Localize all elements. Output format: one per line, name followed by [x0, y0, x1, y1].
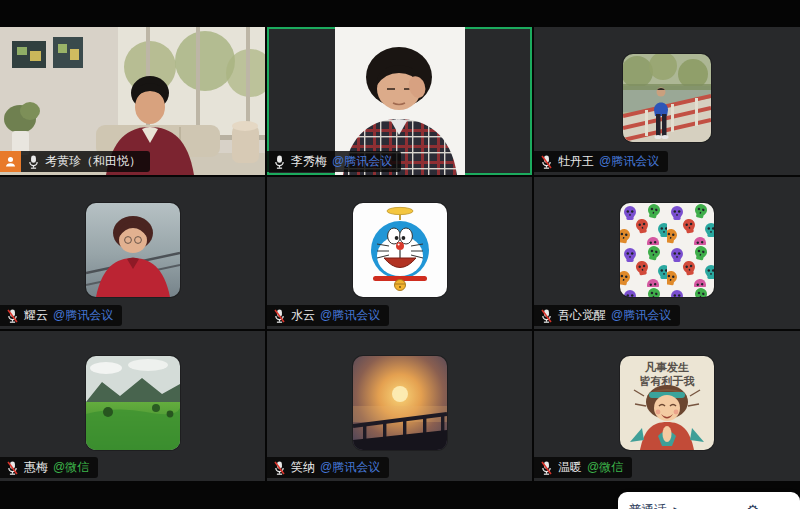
gear-icon[interactable]: ⚙ [746, 503, 759, 509]
mic-on-icon [27, 154, 40, 170]
caption-language-popup[interactable]: 普通话 ▶ ⚙ [618, 492, 800, 509]
participant-label-row: 吾心觉醒@腾讯会议 [534, 305, 680, 326]
mic-on-icon [273, 154, 286, 170]
video-tile-1[interactable]: 考黄珍（和田悦） [0, 27, 265, 175]
window-top-bar [0, 0, 800, 27]
avatar [86, 203, 180, 297]
platform-tag: @腾讯会议 [611, 307, 671, 324]
mic-muted-icon [6, 308, 19, 324]
participant-label-row: 笑纳@腾讯会议 [267, 457, 389, 478]
participant-label-row: 水云@腾讯会议 [267, 305, 389, 326]
platform-tag: @腾讯会议 [332, 153, 392, 170]
participant-name: 吾心觉醒 [558, 307, 606, 324]
platform-tag: @腾讯会议 [53, 307, 113, 324]
participant-name: 考黄珍（和田悦） [45, 153, 141, 170]
platform-tag: @腾讯会议 [320, 307, 380, 324]
mic-muted-icon [540, 154, 553, 170]
avatar: 凡事发生 皆有利于我 [620, 356, 714, 450]
video-tile-6[interactable]: 吾心觉醒@腾讯会议 [534, 177, 800, 329]
participant-name: 笑纳 [291, 459, 315, 476]
video-tile-5[interactable]: 水云@腾讯会议 [267, 177, 532, 329]
avatar-motto-line1: 凡事发生 [644, 361, 689, 373]
participant-name: 李秀梅 [291, 153, 327, 170]
video-tile-8[interactable]: 笑纳@腾讯会议 [267, 331, 532, 481]
participant-label-row: 李秀梅@腾讯会议 [267, 151, 401, 172]
video-tile-2[interactable]: 李秀梅@腾讯会议 [267, 27, 532, 175]
participant-label-row: 惠梅@微信 [0, 457, 98, 478]
participant-name: 惠梅 [24, 459, 48, 476]
avatar [353, 203, 447, 297]
platform-tag: @微信 [587, 459, 623, 476]
participant-label-row: 牡丹王@腾讯会议 [534, 151, 668, 172]
mic-muted-icon [6, 460, 19, 476]
avatar [353, 356, 447, 450]
mic-muted-icon [273, 308, 286, 324]
caption-play-icon[interactable]: ▶ [674, 505, 681, 509]
host-badge-icon [0, 151, 21, 172]
mic-muted-icon [540, 308, 553, 324]
meeting-window: 考黄珍（和田悦） [0, 0, 800, 509]
avatar [623, 54, 711, 142]
participant-name: 牡丹王 [558, 153, 594, 170]
caption-language-label[interactable]: 普通话 [629, 502, 667, 509]
participant-label-row: 温暖@微信 [534, 457, 632, 478]
avatar [620, 203, 714, 297]
participant-label-row: 考黄珍（和田悦） [0, 151, 150, 172]
avatar [86, 356, 180, 450]
participant-name: 耀云 [24, 307, 48, 324]
video-tile-7[interactable]: 惠梅@微信 [0, 331, 265, 481]
video-tile-4[interactable]: 耀云@腾讯会议 [0, 177, 265, 329]
mic-muted-icon [273, 460, 286, 476]
platform-tag: @腾讯会议 [320, 459, 380, 476]
video-tile-3[interactable]: 牡丹王@腾讯会议 [534, 27, 800, 175]
participant-name: 温暖 [558, 459, 582, 476]
video-tile-9[interactable]: 凡事发生 皆有利于我 [534, 331, 800, 481]
mic-muted-icon [540, 460, 553, 476]
participant-name: 水云 [291, 307, 315, 324]
platform-tag: @微信 [53, 459, 89, 476]
participant-label-row: 耀云@腾讯会议 [0, 305, 122, 326]
platform-tag: @腾讯会议 [599, 153, 659, 170]
